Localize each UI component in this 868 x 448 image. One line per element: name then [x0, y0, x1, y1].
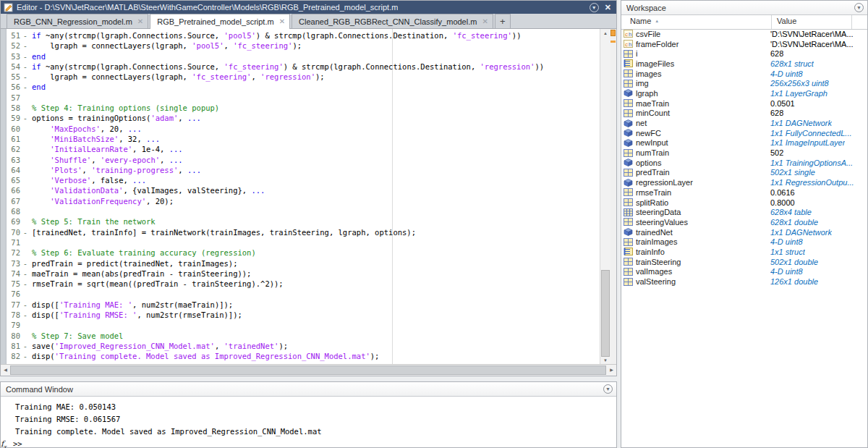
editor-close-icon[interactable]: ✕ — [605, 4, 611, 12]
code-line-62[interactable]: 62 'InitialLearnRate', 1e-4, ... — [1, 144, 600, 154]
object-variable-icon — [624, 89, 633, 97]
code-segment — [32, 197, 50, 206]
editor-vertical-scrollbar[interactable]: ▲ ▼ — [600, 29, 610, 365]
editor-tab-1[interactable]: RGB_CNN_Regression_model.m✕ — [7, 14, 148, 28]
editor-horizontal-scrollbar[interactable]: ◀ ▶ — [1, 364, 616, 376]
analyzer-warning-marker[interactable] — [610, 41, 616, 43]
workspace-row-predTrain[interactable]: predTrain502x1 single — [621, 168, 867, 178]
workspace-row-i[interactable]: i628 — [621, 48, 867, 59]
editor-menu-icon[interactable]: ▼ — [590, 3, 599, 12]
code-line-59[interactable]: 59-options = trainingOptions('adam', ... — [1, 113, 600, 123]
code-line-61[interactable]: 61 'MiniBatchSize', 32, ... — [1, 134, 600, 144]
scroll-up-arrow-icon[interactable]: ▲ — [600, 29, 610, 38]
workspace-row-splitRatio[interactable]: splitRatio0.8000 — [621, 198, 867, 208]
workspace-row-imageFiles[interactable]: imageFiles628x1 struct — [621, 59, 867, 69]
tab-close-icon[interactable]: ✕ — [137, 18, 143, 25]
workspace-row-frameFolder[interactable]: chframeFolder'D:\SVN\JetRacer\MA... — [621, 39, 867, 49]
code-text — [30, 289, 32, 299]
editor-tab-3[interactable]: Cleaned_RGB_RGBRect_CNN_Classify_model.m… — [292, 14, 493, 28]
column-header-value[interactable]: Value — [771, 15, 851, 29]
workspace-row-lgraph[interactable]: lgraph1x1 LayerGraph — [621, 88, 867, 98]
workspace-row-images[interactable]: images4-D uint8 — [621, 69, 867, 79]
workspace-row-img[interactable]: img256x256x3 uint8 — [621, 78, 867, 88]
workspace-row-net[interactable]: net1x1 DAGNetwork — [621, 118, 867, 128]
workspace-row-newInput[interactable]: newInput1x1 ImageInputLayer — [621, 138, 867, 148]
workspace-row-maeTrain[interactable]: maeTrain0.0501 — [621, 98, 867, 109]
code-line-54[interactable]: 54-if ~any(strcmp(lgraph.Connections.Sou… — [1, 62, 600, 72]
code-line-57[interactable]: 57 — [1, 93, 600, 103]
code-line-55[interactable]: 55- lgraph = connectLayers(lgraph, 'fc_s… — [1, 72, 600, 82]
horizontal-scroll-thumb[interactable] — [10, 365, 606, 375]
code-line-75[interactable]: 75-rmseTrain = sqrt(mean((predTrain - tr… — [1, 279, 600, 289]
tab-close-icon[interactable]: ✕ — [482, 18, 488, 25]
vertical-scroll-thumb[interactable] — [601, 270, 610, 357]
code-line-65[interactable]: 65 'Verbose', false, ... — [1, 175, 600, 185]
code-segment — [32, 145, 50, 153]
code-text: lgraph = connectLayers(lgraph, 'fc_steer… — [30, 72, 325, 82]
code-line-72[interactable]: 72% Step 6: Evaluate training accuracy (… — [1, 248, 600, 258]
workspace-row-trainImages[interactable]: trainImages4-D uint8 — [621, 237, 867, 247]
code-line-66[interactable]: 66 'ValidationData', {valImages, valStee… — [1, 185, 600, 195]
scroll-right-arrow-icon[interactable]: ▶ — [607, 365, 616, 376]
workspace-row-minCount[interactable]: minCount628 — [621, 109, 867, 119]
code-line-60[interactable]: 60 'MaxEpochs', 20, ... — [1, 124, 600, 134]
workspace-row-steeringValues[interactable]: steeringValues628x1 double — [621, 217, 867, 227]
code-line-74[interactable]: 74-maeTrain = mean(abs(predTrain - train… — [1, 269, 600, 279]
tab-close-icon[interactable]: ✕ — [279, 18, 285, 25]
workspace-row-csvFile[interactable]: chcsvFile'D:\SVN\JetRacer\MA... — [621, 29, 867, 39]
command-window-menu-icon[interactable]: ▼ — [603, 384, 613, 394]
code-editor[interactable]: 51-if ~any(strcmp(lgraph.Connections.Sou… — [1, 29, 600, 365]
command-window-content[interactable]: Training MAE: 0.050143Training RMSE: 0.0… — [1, 397, 616, 448]
line-number: 62 — [1, 144, 20, 154]
exec-dash — [20, 155, 30, 165]
code-line-81[interactable]: 81-save('Improved_Regression_CNN_Model.m… — [1, 341, 600, 351]
new-tab-button[interactable]: + — [495, 14, 511, 28]
workspace-row-steeringData[interactable]: steeringData628x4 table — [621, 207, 867, 217]
code-line-51[interactable]: 51-if ~any(strcmp(lgraph.Connections.Sou… — [1, 30, 600, 41]
code-line-70[interactable]: 70-[trainedNet, trainInfo] = trainNetwor… — [1, 227, 600, 237]
code-line-76[interactable]: 76 — [1, 289, 600, 299]
code-line-58[interactable]: 58% Step 4: Training options (single pop… — [1, 103, 600, 113]
workspace-row-regressionLayer[interactable]: regressionLayer1x1 RegressionOutpu... — [621, 177, 867, 187]
code-line-77[interactable]: 77-disp(['Training MAE: ', num2str(maeTr… — [1, 300, 600, 310]
command-prompt-row[interactable]: fx >> — [13, 438, 616, 448]
workspace-row-newFC[interactable]: newFC1x1 FullyConnectedL... — [621, 128, 867, 138]
command-prompt[interactable]: >> — [13, 439, 22, 448]
exec-dash: - — [20, 258, 30, 269]
editor-tab-2[interactable]: RGB_Pretrained_model_script.m✕ — [150, 14, 290, 29]
workspace-row-trainedNet[interactable]: trainedNet1x1 DAGNetwork — [621, 227, 867, 237]
workspace-row-valImages[interactable]: valImages4-D uint8 — [621, 267, 867, 277]
analyzer-status-indicator[interactable] — [610, 30, 616, 36]
code-line-80[interactable]: 80% Step 7: Save model — [1, 331, 600, 341]
code-line-78[interactable]: 78-disp(['Training RMSE: ', num2str(rmse… — [1, 310, 600, 320]
code-line-82[interactable]: 82-disp('Training complete. Model saved … — [1, 351, 600, 361]
workspace-row-options[interactable]: options1x1 TrainingOptionsA... — [621, 158, 867, 168]
code-line-64[interactable]: 64 'Plots', 'training-progress', ... — [1, 165, 600, 175]
workspace-menu-icon[interactable]: ▼ — [854, 3, 864, 12]
code-line-79[interactable]: 79 — [1, 320, 600, 330]
workspace-row-trainSteering[interactable]: trainSteering502x1 double — [621, 257, 867, 267]
workspace-row-numTrain[interactable]: numTrain502 — [621, 148, 867, 158]
column-header-name[interactable]: Name▲ — [621, 15, 771, 29]
fx-icon[interactable]: fx — [1, 438, 7, 448]
scroll-left-arrow-icon[interactable]: ◀ — [1, 365, 10, 376]
line-number: 68 — [1, 206, 20, 216]
code-line-52[interactable]: 52- lgraph = connectLayers(lgraph, 'pool… — [1, 41, 600, 51]
code-line-67[interactable]: 67 'ValidationFrequency', 20); — [1, 196, 600, 206]
workspace-row-valSteering[interactable]: valSteering126x1 double — [621, 276, 867, 287]
code-line-53[interactable]: 53-end — [1, 51, 600, 62]
code-line-68[interactable]: 68 — [1, 206, 600, 216]
code-line-63[interactable]: 63 'Shuffle', 'every-epoch', ... — [1, 155, 600, 165]
code-line-69[interactable]: 69% Step 5: Train the network — [1, 216, 600, 227]
exec-dash: - — [20, 269, 30, 279]
line-number: 64 — [1, 165, 20, 175]
code-line-73[interactable]: 73-predTrain = predict(trainedNet, train… — [1, 258, 600, 269]
code-line-71[interactable]: 71 — [1, 237, 600, 248]
code-segment: save( — [32, 342, 55, 350]
variable-value: 502x1 single — [770, 168, 815, 177]
code-line-56[interactable]: 56-end — [1, 82, 600, 92]
code-text: 'ValidationFrequency', 20); — [30, 196, 174, 206]
workspace-row-trainInfo[interactable]: trainInfo1x1 struct — [621, 247, 867, 257]
workspace-row-rmseTrain[interactable]: rmseTrain0.0616 — [621, 187, 867, 198]
code-text: % Step 4: Training options (single popup… — [30, 103, 219, 113]
